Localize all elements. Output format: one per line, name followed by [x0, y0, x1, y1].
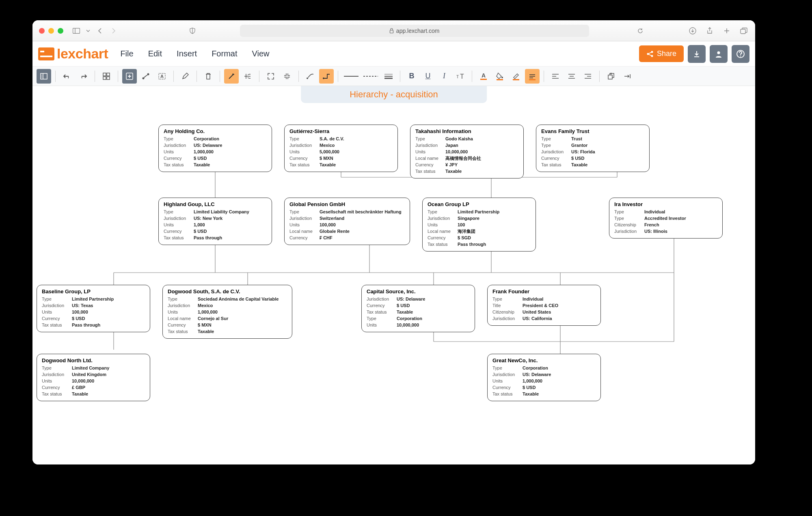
svg-point-29 — [307, 77, 308, 79]
node-key: Units — [42, 309, 69, 316]
svg-rect-5 — [741, 29, 745, 34]
line-dashed-icon[interactable] — [362, 69, 380, 84]
text-color-icon[interactable]: A — [476, 69, 491, 84]
fill-color-icon[interactable] — [492, 69, 507, 84]
magic-wand-icon[interactable] — [224, 69, 239, 84]
node-great-newco[interactable]: Great NewCo, Inc.TypeCorporationJurisdic… — [487, 354, 601, 401]
chevron-down-icon[interactable] — [85, 26, 91, 36]
node-global-pension[interactable]: Global Pension GmbHTypeGesellschaft mit … — [284, 198, 410, 245]
node-ira-investor[interactable]: Ira InvestorTypeIndividualTypeAccredited… — [609, 198, 723, 239]
node-highland[interactable]: Highland Goup, LLCTypeLimited Liability … — [158, 198, 272, 245]
node-value: US: Texas — [72, 303, 93, 309]
node-key: Currency — [289, 235, 317, 241]
auto-layout-icon[interactable] — [240, 69, 255, 84]
menu-edit[interactable]: Edit — [148, 49, 162, 58]
maximize-window-icon[interactable] — [58, 28, 63, 34]
node-row: JurisdictionUnited Kingdom — [42, 372, 145, 378]
node-row: TypeGrantor — [541, 142, 644, 149]
minimize-window-icon[interactable] — [48, 28, 54, 34]
sidebar-toggle-icon[interactable] — [71, 26, 81, 36]
toolbar: A B U I TT A — [32, 67, 755, 86]
text-box-icon[interactable]: A — [155, 69, 169, 84]
node-value: 100,000 — [72, 309, 88, 316]
menu-insert[interactable]: Insert — [177, 49, 197, 58]
node-ocean-group[interactable]: Ocean Group LPTypeLimited PartnershipJur… — [422, 198, 536, 252]
node-key: Type — [541, 142, 569, 149]
node-baseline[interactable]: Baseline Group, LPTypeLimited Partnershi… — [37, 285, 150, 332]
node-takahashi[interactable]: Takahashi InformationTypeGodo KaishaJuri… — [410, 125, 524, 178]
border-color-icon[interactable] — [509, 69, 523, 84]
send-back-icon[interactable] — [620, 69, 635, 84]
forward-button[interactable] — [109, 26, 119, 36]
line-color-icon[interactable] — [525, 69, 540, 84]
canvas[interactable]: Hierarchy - acquisition — [32, 86, 755, 464]
node-row: Tax statusPass through — [164, 235, 267, 241]
node-evans-trust[interactable]: Evans Family TrustTypeTrustTypeGrantorJu… — [536, 125, 650, 172]
node-key: Currency — [492, 385, 520, 391]
help-button[interactable] — [732, 45, 749, 63]
svg-rect-46 — [529, 79, 536, 80]
line-solid-icon[interactable] — [342, 69, 360, 84]
align-left-icon[interactable] — [548, 69, 563, 84]
node-frank-founder[interactable]: Frank FounderTypeIndividualTitlePresiden… — [487, 285, 601, 326]
svg-rect-42 — [513, 79, 519, 80]
user-button[interactable] — [710, 45, 728, 63]
line-curved-icon[interactable] — [303, 69, 317, 84]
pencil-icon[interactable] — [178, 69, 192, 84]
app-logo[interactable]: lexchart — [38, 46, 108, 62]
node-gutierrez-sierra[interactable]: Gutiérrez-SierraTypeS.A. de C.V.Jurisdic… — [284, 125, 398, 172]
redo-icon[interactable] — [76, 69, 91, 84]
node-row: CitizenshipFrench — [614, 222, 717, 228]
align-center-icon[interactable] — [564, 69, 579, 84]
italic-icon[interactable]: I — [437, 69, 451, 84]
add-box-icon[interactable] — [122, 69, 137, 84]
bring-front-icon[interactable] — [604, 69, 618, 84]
node-row: JurisdictionUS: New York — [164, 215, 267, 222]
node-key: Type — [42, 296, 69, 303]
svg-rect-41 — [497, 79, 503, 80]
url-text: app.lexchart.com — [396, 28, 440, 34]
node-capital-source[interactable]: Capital Source, Inc.JurisdictionUS: Dela… — [361, 285, 475, 332]
trash-icon[interactable] — [201, 69, 216, 84]
undo-icon[interactable] — [60, 69, 74, 84]
menu-format[interactable]: Format — [212, 49, 237, 58]
node-key: Jurisdiction — [42, 303, 69, 309]
node-any-holding[interactable]: Any Holding Co.TypeCorporationJurisdicti… — [158, 125, 272, 172]
share-button[interactable]: Share — [639, 45, 684, 62]
address-bar[interactable]: app.lexchart.com — [240, 25, 589, 37]
align-right-icon[interactable] — [581, 69, 595, 84]
node-row: Units1,000 — [164, 222, 267, 228]
line-elbow-icon[interactable] — [319, 69, 334, 84]
downloads-icon[interactable] — [688, 26, 698, 36]
node-key: Jurisdiction — [492, 372, 520, 378]
main-menu: File Edit Insert Format View — [120, 49, 269, 58]
node-value: $ USD — [523, 385, 536, 391]
close-window-icon[interactable] — [39, 28, 45, 34]
node-dogwood-north[interactable]: Dogwood North Ltd.TypeLimited CompanyJur… — [37, 354, 150, 401]
text-size-icon[interactable]: TT — [453, 69, 468, 84]
node-row: JurisdictionUS: Texas — [42, 303, 145, 309]
node-dogwood-south[interactable]: Dogwood South, S.A. de C.V.TypeSociedad … — [162, 285, 292, 339]
new-tab-icon[interactable] — [722, 26, 732, 36]
back-button[interactable] — [95, 26, 105, 36]
line-weight-icon[interactable] — [381, 69, 396, 84]
expand-icon[interactable] — [263, 69, 278, 84]
node-key: Units — [42, 378, 69, 385]
node-value: French — [644, 222, 659, 228]
download-button[interactable] — [688, 45, 706, 63]
shield-icon[interactable] — [188, 26, 197, 36]
node-row: Tax statusTaxable — [42, 391, 145, 398]
share-icon[interactable] — [705, 26, 715, 36]
tabs-icon[interactable] — [739, 26, 749, 36]
panel-toggle-icon[interactable] — [37, 69, 51, 84]
refresh-icon[interactable] — [635, 26, 645, 36]
menu-file[interactable]: File — [120, 49, 133, 58]
svg-text:A: A — [160, 74, 164, 79]
bold-icon[interactable]: B — [404, 69, 419, 84]
underline-icon[interactable]: U — [421, 69, 435, 84]
collapse-icon[interactable] — [280, 69, 294, 84]
svg-point-7 — [647, 53, 649, 55]
menu-view[interactable]: View — [252, 49, 269, 58]
connector-icon[interactable] — [138, 69, 153, 84]
grid-icon[interactable] — [99, 69, 114, 84]
